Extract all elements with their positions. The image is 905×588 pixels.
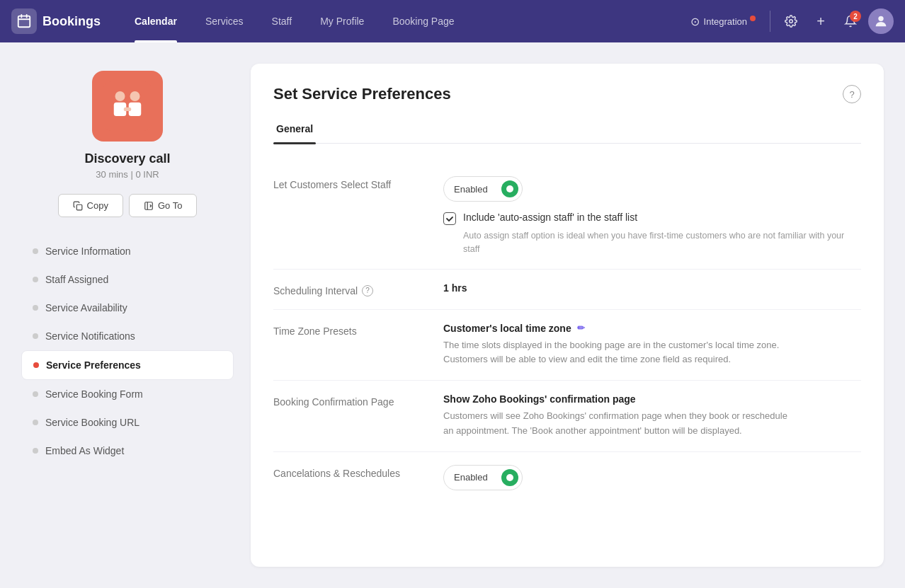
integration-label: Integration [704, 16, 747, 27]
brand-logo[interactable]: Bookings [11, 8, 103, 34]
auto-assign-checkbox[interactable] [443, 212, 456, 225]
select-staff-toggle[interactable]: Enabled [443, 176, 523, 202]
sidebar-dot [33, 448, 38, 454]
goto-label: Go To [158, 200, 182, 211]
auto-assign-hint: Auto assign staff option is ideal when y… [463, 229, 861, 256]
copy-label: Copy [87, 200, 108, 211]
settings-label-scheduling: Scheduling Interval ? [273, 282, 429, 296]
sidebar-item-label: Embed As Widget [45, 445, 124, 456]
sidebar-item-label: Service Preferences [46, 359, 141, 371]
svg-rect-6 [103, 81, 152, 131]
timezone-title: Customer's local time zone ✏ [443, 323, 861, 334]
toggle-circle [501, 180, 518, 197]
nav-calendar[interactable]: Calendar [120, 0, 191, 42]
settings-value-scheduling: 1 hrs [443, 282, 861, 294]
svg-point-7 [115, 91, 125, 101]
add-button[interactable]: + [809, 9, 833, 33]
copy-button[interactable]: Copy [58, 194, 123, 217]
auto-assign-label: Include 'auto-assign staff' in the staff… [463, 212, 637, 223]
sidebar-item-label: Service Notifications [45, 330, 135, 342]
page-body: Discovery call 30 mins | 0 INR Copy Go T… [0, 42, 905, 588]
top-navigation: Bookings Calendar Services Staff My Prof… [0, 0, 905, 42]
sidebar-dot [33, 391, 38, 397]
sidebar-item-label: Service Availability [45, 302, 127, 313]
sidebar-dot-active [33, 362, 39, 368]
sidebar-item-embed-widget[interactable]: Embed As Widget [21, 437, 234, 465]
sidebar-item-service-availability[interactable]: Service Availability [21, 294, 234, 322]
auto-assign-row: Include 'auto-assign staff' in the staff… [443, 212, 861, 225]
toggle-label-enabled: Enabled [444, 180, 498, 198]
brand-name: Bookings [42, 14, 101, 29]
help-icon-button[interactable]: ? [843, 85, 861, 103]
confirmation-title: Show Zoho Bookings' confirmation page [443, 393, 861, 405]
goto-button[interactable]: Go To [129, 194, 197, 217]
nav-services[interactable]: Services [191, 0, 258, 42]
action-buttons: Copy Go To [58, 194, 198, 217]
settings-label-confirmation: Booking Confirmation Page [273, 393, 429, 408]
service-meta: 30 mins | 0 INR [96, 169, 159, 180]
sidebar-item-service-info[interactable]: Service Information [21, 237, 234, 265]
sidebar-dot [33, 277, 38, 282]
settings-row-select-staff: Let Customers Select Staff Enabled [273, 163, 861, 270]
nav-myprofile[interactable]: My Profile [306, 0, 378, 42]
svg-rect-12 [76, 204, 82, 210]
brand-icon [11, 8, 37, 34]
settings-row-timezone: Time Zone Presets Customer's local time … [273, 310, 861, 381]
main-header: Set Service Preferences ? [273, 85, 861, 103]
sidebar-dot [33, 248, 38, 254]
sidebar-item-service-preferences[interactable]: Service Preferences [21, 350, 234, 380]
scheduling-interval-value: 1 hrs [443, 282, 467, 294]
notification-badge: 2 [850, 11, 861, 22]
sidebar-item-service-notifications[interactable]: Service Notifications [21, 322, 234, 350]
settings-value-cancellations: Enabled [443, 465, 861, 490]
integration-button[interactable]: ⊙ Integration [685, 12, 761, 31]
tab-general[interactable]: General [273, 117, 316, 143]
page-title: Set Service Preferences [273, 85, 451, 103]
sidebar-item-label: Staff Assigned [45, 274, 108, 285]
sidebar-item-service-booking-form[interactable]: Service Booking Form [21, 380, 234, 408]
cancellations-toggle-switch[interactable] [498, 466, 522, 490]
settings-button[interactable] [779, 9, 803, 33]
sidebar-item-label: Service Booking Form [45, 388, 143, 400]
scheduling-help-icon[interactable]: ? [362, 285, 373, 296]
sidebar-dot [33, 305, 38, 311]
service-name: Discovery call [84, 151, 170, 166]
main-content: Set Service Preferences ? General Let Cu… [251, 64, 884, 567]
notifications-button[interactable]: 2 [838, 9, 863, 33]
svg-point-9 [130, 91, 140, 101]
service-image [92, 71, 163, 142]
settings-label-cancellations: Cancelations & Reschedules [273, 465, 429, 479]
nav-staff[interactable]: Staff [258, 0, 307, 42]
settings-label-select-staff: Let Customers Select Staff [273, 176, 429, 190]
confirmation-description: Customers will see Zoho Bookings' confir… [443, 409, 797, 439]
nav-bookingpage[interactable]: Booking Page [378, 0, 468, 42]
timezone-description: The time slots displayed in the booking … [443, 338, 797, 368]
user-avatar[interactable] [868, 8, 894, 34]
settings-value-timezone: Customer's local time zone ✏ The time sl… [443, 323, 861, 368]
nav-right: ⊙ Integration + 2 [685, 8, 894, 34]
settings-row-scheduling: Scheduling Interval ? 1 hrs [273, 270, 861, 310]
sidebar-item-staff-assigned[interactable]: Staff Assigned [21, 265, 234, 294]
cancellations-toggle[interactable]: Enabled [443, 465, 523, 490]
svg-point-4 [790, 20, 793, 23]
svg-point-5 [878, 16, 883, 21]
integration-badge [750, 16, 756, 21]
cancellations-toggle-circle [501, 469, 518, 486]
settings-value-select-staff: Enabled Include 'auto-ass [443, 176, 861, 256]
svg-rect-11 [124, 108, 132, 111]
toggle-inner [506, 185, 513, 192]
settings-value-confirmation: Show Zoho Bookings' confirmation page Cu… [443, 393, 861, 439]
tab-bar: General [273, 117, 861, 144]
nav-items: Calendar Services Staff My Profile Booki… [120, 0, 685, 42]
sidebar-item-label: Service Information [45, 246, 131, 257]
sidebar-item-service-booking-url[interactable]: Service Booking URL [21, 408, 234, 437]
sidebar-dot [33, 420, 38, 425]
sidebar-dot [33, 333, 38, 339]
nav-divider [770, 11, 770, 32]
timezone-edit-icon[interactable]: ✏ [577, 323, 585, 333]
goto-icon [144, 201, 154, 211]
toggle-switch-enabled[interactable] [498, 177, 522, 201]
integration-icon: ⊙ [690, 15, 700, 28]
cancellations-toggle-inner [506, 474, 513, 481]
settings-label-timezone: Time Zone Presets [273, 323, 429, 337]
